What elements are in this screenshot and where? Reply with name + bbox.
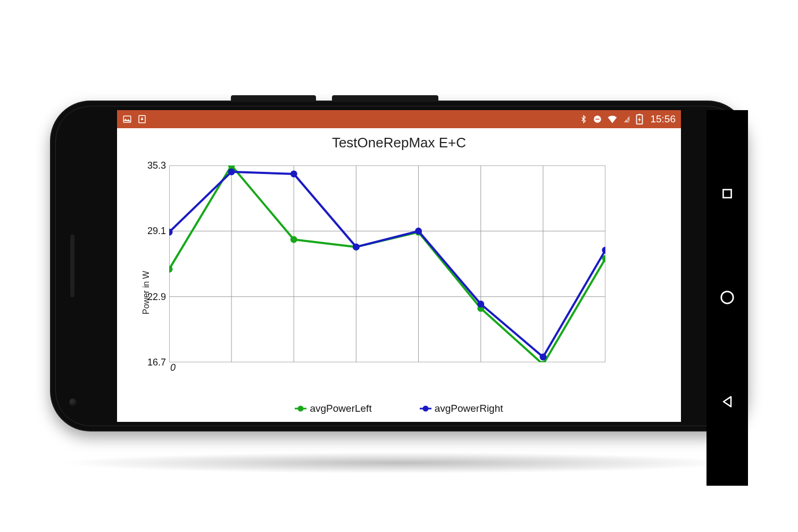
legend-item-right[interactable]: avgPowerRight bbox=[420, 403, 503, 414]
android-nav-bar bbox=[706, 110, 748, 486]
legend-marker-left-icon bbox=[295, 404, 306, 413]
recent-apps-button[interactable] bbox=[720, 187, 734, 201]
front-camera bbox=[69, 398, 77, 406]
svg-rect-40 bbox=[723, 189, 731, 197]
status-bar: 15:56 bbox=[117, 110, 681, 128]
svg-point-37 bbox=[298, 406, 304, 412]
clock: 15:56 bbox=[650, 113, 676, 125]
legend-item-left[interactable]: avgPowerLeft bbox=[295, 403, 371, 414]
battery-charging-icon bbox=[636, 114, 643, 124]
phone-shadow bbox=[59, 452, 739, 473]
legend-marker-right-icon bbox=[420, 404, 431, 413]
legend-label-right: avgPowerRight bbox=[435, 403, 503, 414]
y-tick: 22.9 bbox=[147, 291, 166, 302]
sim-off-icon bbox=[622, 114, 631, 124]
chart-container: TestOneRepMax E+C Power in W 16.722.929.… bbox=[117, 128, 681, 422]
svg-point-34 bbox=[539, 354, 546, 361]
phone-frame: 15:56 TestOneRepMax E+C Power in W 16.72… bbox=[50, 101, 748, 431]
svg-point-22 bbox=[290, 236, 297, 243]
legend-label-left: avgPowerLeft bbox=[310, 403, 371, 414]
svg-point-35 bbox=[602, 247, 606, 254]
svg-point-20 bbox=[169, 265, 173, 272]
chart-title: TestOneRepMax E+C bbox=[117, 135, 681, 151]
status-bar-right: 15:56 bbox=[579, 113, 676, 125]
screen: 15:56 TestOneRepMax E+C Power in W 16.72… bbox=[117, 110, 681, 422]
home-button[interactable] bbox=[719, 289, 735, 305]
speaker-left bbox=[70, 235, 74, 297]
picture-icon bbox=[122, 114, 132, 124]
y-tick: 16.7 bbox=[147, 357, 166, 368]
bluetooth-icon bbox=[579, 114, 588, 124]
plot-area[interactable]: 16.722.929.135.30 bbox=[169, 165, 605, 362]
svg-point-30 bbox=[290, 170, 297, 177]
svg-point-31 bbox=[353, 244, 360, 251]
y-tick: 29.1 bbox=[147, 226, 166, 237]
chart-svg bbox=[169, 165, 605, 362]
download-icon bbox=[137, 114, 147, 124]
svg-point-32 bbox=[415, 228, 422, 235]
svg-rect-6 bbox=[639, 114, 641, 115]
svg-rect-3 bbox=[596, 119, 600, 120]
svg-point-41 bbox=[721, 292, 734, 304]
dnd-icon bbox=[593, 114, 602, 124]
x-tick: 0 bbox=[170, 362, 176, 373]
svg-point-39 bbox=[422, 406, 428, 412]
wifi-icon bbox=[607, 114, 618, 124]
svg-point-29 bbox=[228, 168, 235, 175]
svg-point-33 bbox=[477, 301, 484, 307]
y-tick: 35.3 bbox=[147, 160, 166, 171]
back-button[interactable] bbox=[720, 394, 735, 409]
status-bar-left bbox=[122, 114, 147, 124]
svg-rect-7 bbox=[169, 165, 605, 362]
legend: avgPowerLeft avgPowerRight bbox=[117, 403, 681, 414]
